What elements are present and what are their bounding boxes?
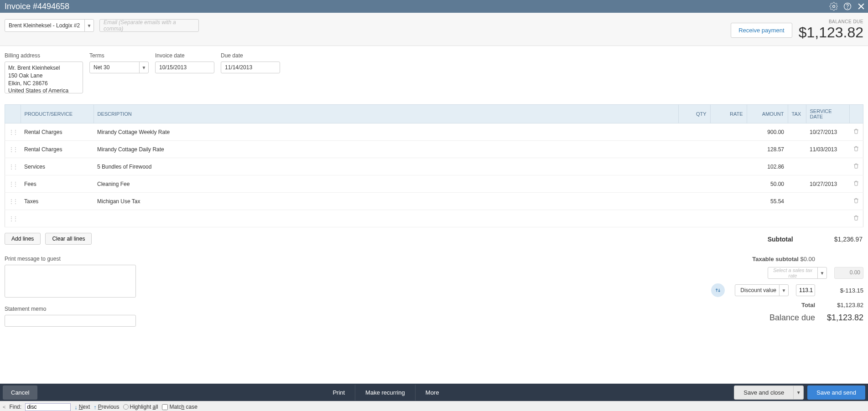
more-button[interactable]: More [416, 385, 449, 401]
terms-select[interactable]: Net 30 ▼ [89, 62, 149, 73]
due-date-input[interactable]: 11/14/2013 [221, 62, 280, 73]
table-row[interactable]: Rental ChargesMirandy Cottage Weekly Rat… [5, 123, 863, 141]
delete-row-icon[interactable] [849, 123, 863, 141]
make-recurring-button[interactable]: Make recurring [355, 385, 416, 401]
print-button[interactable]: Print [322, 385, 355, 401]
cell-rate[interactable] [710, 175, 747, 193]
cell-service-date[interactable]: 11/03/2013 [806, 141, 849, 158]
cell-product[interactable]: Services [21, 158, 94, 175]
drag-handle-icon[interactable] [5, 193, 21, 210]
cell-amount[interactable]: 128.57 [747, 141, 788, 158]
email-input[interactable]: Email (Separate emails with a comma) [99, 19, 199, 32]
cell-amount[interactable]: 55.54 [747, 193, 788, 210]
cancel-button[interactable]: Cancel [3, 385, 37, 400]
cell-service-date[interactable]: 10/27/2013 [806, 175, 849, 193]
cell-amount[interactable]: 900.00 [747, 123, 788, 141]
table-row[interactable]: TaxesMichigan Use Tax55.54 [5, 193, 863, 210]
discount-input[interactable] [796, 284, 815, 296]
cell-rate[interactable] [710, 158, 747, 175]
cell-tax[interactable] [788, 175, 806, 193]
table-row-empty[interactable] [5, 210, 863, 227]
cell-qty[interactable] [678, 141, 710, 158]
swap-icon[interactable] [711, 283, 725, 297]
cell-amount[interactable]: 102.86 [747, 158, 788, 175]
line-items-table: PRODUCT/SERVICE DESCRIPTION QTY RATE AMO… [5, 104, 863, 227]
chevron-down-icon[interactable]: ▼ [139, 62, 148, 73]
receive-payment-button[interactable]: Receive payment [731, 23, 792, 38]
delete-row-icon[interactable] [849, 193, 863, 210]
highlight-all-button[interactable]: Highlight all [123, 404, 158, 410]
clear-lines-button[interactable]: Clear all lines [45, 233, 92, 245]
drag-handle-icon[interactable] [5, 123, 21, 141]
chevron-down-icon[interactable]: ▼ [793, 386, 803, 399]
cell-tax[interactable] [788, 193, 806, 210]
add-lines-button[interactable]: Add lines [5, 233, 41, 245]
totals-area: Taxable subtotal $0.00 Select a sales ta… [711, 256, 863, 327]
cell-product[interactable]: Fees [21, 175, 94, 193]
tax-rate-select[interactable]: Select a sales tax rate ▼ [768, 267, 827, 279]
cell-description[interactable]: 5 Bundles of Firewood [94, 158, 678, 175]
cell-qty[interactable] [678, 175, 710, 193]
titlebar: Invoice #4494658 [0, 0, 868, 13]
find-collapse-icon[interactable]: < [3, 404, 5, 410]
print-message-input[interactable] [5, 265, 136, 298]
cell-description[interactable]: Michigan Use Tax [94, 193, 678, 210]
close-icon[interactable] [854, 0, 868, 13]
tax-column: TAX [788, 105, 806, 123]
cell-service-date[interactable]: 10/27/2013 [806, 123, 849, 141]
cell-product[interactable]: Rental Charges [21, 141, 94, 158]
save-close-button[interactable]: Save and close ▼ [734, 385, 804, 400]
invoice-date-input[interactable]: 10/15/2013 [155, 62, 214, 73]
table-row[interactable]: FeesCleaning Fee50.0010/27/2013 [5, 175, 863, 193]
delete-row-icon[interactable] [849, 141, 863, 158]
cell-product[interactable]: Rental Charges [21, 123, 94, 141]
cell-service-date[interactable] [806, 158, 849, 175]
save-send-button[interactable]: Save and send [807, 385, 865, 400]
cell-tax[interactable] [788, 123, 806, 141]
delete-row-icon[interactable] [849, 158, 863, 175]
footer-left: Cancel [3, 385, 37, 400]
cell-description[interactable]: Mirandy Cottage Weekly Rate [94, 123, 678, 141]
cell-qty[interactable] [678, 158, 710, 175]
cell-service-date[interactable] [806, 193, 849, 210]
cell-qty[interactable] [678, 123, 710, 141]
discount-type-select[interactable]: Discount value ▼ [735, 284, 789, 296]
cell-rate[interactable] [710, 141, 747, 158]
find-input[interactable] [25, 403, 71, 411]
delete-row-icon[interactable] [849, 175, 863, 193]
cell-tax[interactable] [788, 158, 806, 175]
cell-rate[interactable] [710, 123, 747, 141]
cell-product[interactable]: Taxes [21, 193, 94, 210]
cell-description[interactable]: Cleaning Fee [94, 175, 678, 193]
cell-description[interactable]: Mirandy Cottage Daily Rate [94, 141, 678, 158]
cell-qty[interactable] [678, 193, 710, 210]
gear-icon[interactable] [827, 0, 841, 13]
billing-address-input[interactable]: Mr. Brent Kleinheksel 150 Oak Lane Elkin… [5, 62, 83, 93]
chevron-down-icon[interactable]: ▼ [817, 267, 826, 278]
drag-handle-icon[interactable] [5, 210, 21, 227]
page-title: Invoice #4494658 [5, 2, 69, 11]
service-date-column: SERVICE DATE [806, 105, 849, 123]
billing-address-field: Billing address Mr. Brent Kleinheksel 15… [5, 52, 83, 93]
delete-row-icon[interactable] [849, 210, 863, 227]
help-icon[interactable] [841, 0, 854, 13]
cell-tax[interactable] [788, 141, 806, 158]
find-previous-button[interactable]: ↑Previous [94, 404, 119, 411]
drag-handle-icon[interactable] [5, 175, 21, 193]
drag-handle-icon[interactable] [5, 141, 21, 158]
table-row[interactable]: Services5 Bundles of Firewood102.86 [5, 158, 863, 175]
chevron-down-icon[interactable]: ▼ [779, 285, 788, 296]
cell-rate[interactable] [710, 193, 747, 210]
statement-memo-input[interactable] [5, 315, 136, 327]
svg-point-2 [847, 8, 848, 8]
table-row[interactable]: Rental ChargesMirandy Cottage Daily Rate… [5, 141, 863, 158]
drag-handle-icon[interactable] [5, 158, 21, 175]
cell-amount[interactable]: 50.00 [747, 175, 788, 193]
find-next-button[interactable]: ↓Next [74, 404, 90, 411]
customer-select[interactable]: Brent Kleinheksel - Lodgix #2 ▼ [5, 19, 94, 32]
description-column: DESCRIPTION [94, 105, 678, 123]
balance-due-label: Balance due [769, 313, 815, 323]
match-case-checkbox[interactable]: Match case [162, 404, 198, 410]
chevron-down-icon[interactable]: ▼ [84, 20, 94, 31]
header: Brent Kleinheksel - Lodgix #2 ▼ Email (S… [0, 13, 868, 46]
